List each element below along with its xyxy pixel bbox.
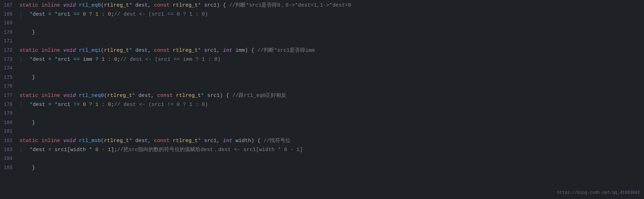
line-num-183: 183 — [0, 146, 18, 154]
line-num-168: 168 — [0, 11, 18, 18]
code-line-177: 177 static inline void rtl_neq0(rtlreg_t… — [0, 92, 644, 101]
code-line-174: 174 — [0, 65, 644, 74]
line-content-175: } — [18, 74, 644, 82]
code-line-168: 168 │ *dest = *src1 == 0 ? 1 : 0;// dest… — [0, 10, 644, 19]
code-line-173: 173 │ *dest = *src1 == imm ? 1 : 0;// de… — [0, 56, 644, 65]
line-content-182: static inline void rtl_msb(rtlreg_t* des… — [18, 137, 644, 145]
line-num-171: 171 — [0, 38, 18, 45]
line-num-167: 167 — [0, 2, 18, 9]
code-line-184: 184 — [0, 155, 644, 164]
code-line-167: 167 static inline void rtl_eq0(rtlreg_t*… — [0, 1, 644, 10]
code-line-171: 171 — [0, 38, 644, 47]
code-line-181: 181 — [0, 128, 644, 137]
line-content-172: static inline void rtl_eqi(rtlreg_t* des… — [18, 47, 644, 55]
line-num-179: 179 — [0, 110, 18, 117]
line-content-177: static inline void rtl_neq0(rtlreg_t* de… — [18, 92, 644, 100]
code-editor: 167 static inline void rtl_eq0(rtlreg_t*… — [0, 0, 644, 199]
line-num-169: 169 — [0, 19, 18, 27]
line-content-183: │ *dest = src1[width * 8 - 1];//把src指向的数… — [18, 146, 644, 154]
code-line-170: 170 } — [0, 28, 644, 38]
line-content-170: } — [18, 28, 644, 36]
line-content-167: static inline void rtl_eq0(rtlreg_t* des… — [18, 1, 644, 9]
line-num-182: 182 — [0, 137, 18, 145]
line-content-178: │ *dest = *src1 != 0 ? 1 : 0;// dest <- … — [18, 101, 644, 109]
line-content-185: } — [18, 164, 644, 172]
code-line-176: 176 — [0, 83, 644, 92]
line-num-181: 181 — [0, 128, 18, 135]
line-content-180: } — [18, 119, 644, 127]
code-line-179: 179 — [0, 110, 644, 119]
line-num-170: 170 — [0, 29, 18, 36]
line-num-174: 174 — [0, 65, 18, 72]
line-num-175: 175 — [0, 74, 18, 82]
line-num-180: 180 — [0, 119, 18, 127]
line-content-173: │ *dest = *src1 == imm ? 1 : 0;// dest <… — [18, 56, 644, 64]
code-line-178: 178 │ *dest = *src1 != 0 ? 1 : 0;// dest… — [0, 101, 644, 110]
code-line-185: 185 } — [0, 164, 644, 173]
code-line-175: 175 } — [0, 74, 644, 83]
code-line-169: 169 — [0, 19, 644, 28]
code-line-182: 182 static inline void rtl_msb(rtlreg_t*… — [0, 137, 644, 146]
code-line-172: 172 static inline void rtl_eqi(rtlreg_t*… — [0, 47, 644, 56]
code-line-180: 180 } — [0, 119, 644, 128]
line-num-185: 185 — [0, 164, 18, 172]
watermark-url: https://blog.csdn.net/qq_41983842 — [557, 190, 640, 196]
line-num-172: 172 — [0, 47, 18, 55]
line-num-173: 173 — [0, 56, 18, 64]
line-num-178: 178 — [0, 101, 18, 109]
line-num-184: 184 — [0, 155, 18, 163]
code-line-183: 183 │ *dest = src1[width * 8 - 1];//把src… — [0, 146, 644, 155]
line-num-177: 177 — [0, 92, 18, 100]
line-num-176: 176 — [0, 83, 18, 90]
line-content-168: │ *dest = *src1 == 0 ? 1 : 0;// dest <- … — [18, 10, 644, 18]
